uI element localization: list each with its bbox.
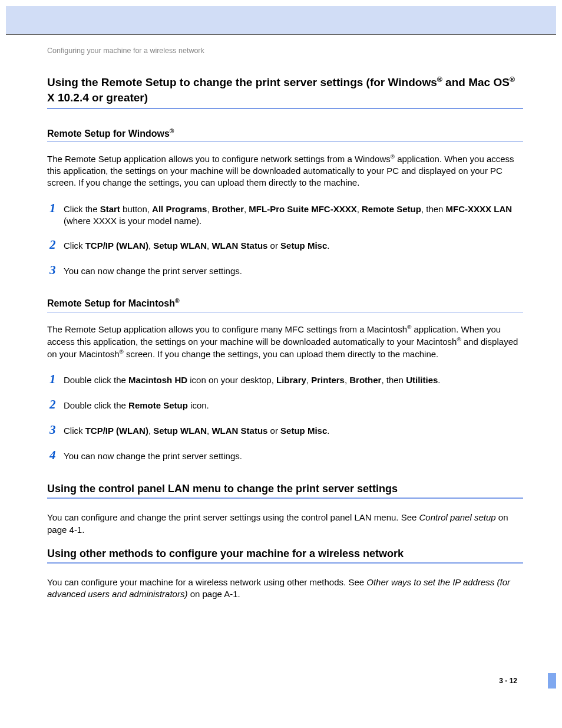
steps-windows: 1Click the Start button, All Programs, B… <box>47 201 523 278</box>
step-text: Double click the Remote Setup icon. <box>64 400 209 411</box>
step-text: You can now change the print server sett… <box>64 265 242 277</box>
step-item: 2Double click the Remote Setup icon. <box>47 397 523 412</box>
page-footer: 3 - 12 <box>0 677 562 703</box>
header-bar <box>6 6 556 34</box>
intro-mac: The Remote Setup application allows you … <box>47 323 523 361</box>
body-other: You can configure your machine for a wir… <box>47 577 523 601</box>
intro-windows: The Remote Setup application allows you … <box>47 153 523 189</box>
section-divider <box>47 562 523 564</box>
step-number: 2 <box>47 238 64 252</box>
page-number: 3 - 12 <box>47 677 523 685</box>
body-lan: You can configure and change the print s… <box>47 512 523 536</box>
step-item: 1Click the Start button, All Programs, B… <box>47 201 523 228</box>
step-text: Click the Start button, All Programs, Br… <box>64 203 523 228</box>
step-number: 3 <box>47 263 64 278</box>
page-title: Using the Remote Setup to change the pri… <box>47 75 523 106</box>
step-text: Double click the Macintosh HD icon on yo… <box>64 374 441 386</box>
subheading-windows: Remote Setup for Windows® <box>47 128 523 139</box>
step-text: You can now change the print server sett… <box>64 450 242 462</box>
footer-accent <box>548 673 556 689</box>
page-content: 3 Configuring your machine for a wireles… <box>0 35 562 630</box>
step-text: Click TCP/IP (WLAN), Setup WLAN, WLAN St… <box>64 425 329 437</box>
step-number: 1 <box>47 201 64 216</box>
title-divider <box>47 108 523 109</box>
step-item: 1Double click the Macintosh HD icon on y… <box>47 372 523 387</box>
step-number: 3 <box>47 423 64 437</box>
section-heading-lan: Using the control panel LAN menu to chan… <box>47 483 523 495</box>
step-item: 4You can now change the print server set… <box>47 448 523 463</box>
subheading-divider <box>47 141 523 142</box>
section-heading-other: Using other methods to configure your ma… <box>47 548 523 560</box>
step-item: 2Click TCP/IP (WLAN), Setup WLAN, WLAN S… <box>47 238 523 252</box>
subheading-mac: Remote Setup for Macintosh® <box>47 298 523 309</box>
step-item: 3Click TCP/IP (WLAN), Setup WLAN, WLAN S… <box>47 423 523 437</box>
step-item: 3You can now change the print server set… <box>47 263 523 278</box>
step-number: 2 <box>47 397 64 412</box>
step-text: Click TCP/IP (WLAN), Setup WLAN, WLAN St… <box>64 240 329 252</box>
step-number: 4 <box>47 448 64 463</box>
steps-mac: 1Double click the Macintosh HD icon on y… <box>47 372 523 463</box>
breadcrumb: Configuring your machine for a wireless … <box>47 47 523 55</box>
step-number: 1 <box>47 372 64 387</box>
subheading-divider <box>47 312 523 312</box>
section-divider <box>47 498 523 499</box>
